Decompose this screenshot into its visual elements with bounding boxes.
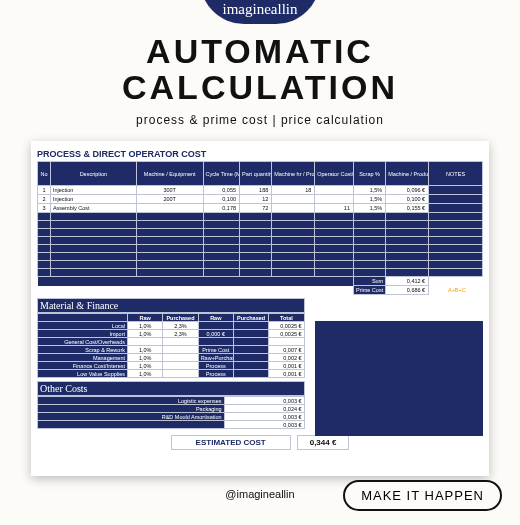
mat-hdr-purch2: Purchased	[233, 314, 268, 322]
prime-row: Prime Cost 0,686 € A+B+C	[38, 286, 483, 295]
title-line-1: AUTOMATIC	[146, 32, 374, 70]
mat-row: Scrap & Rework1,0%Prime Cost0,007 €	[38, 346, 305, 354]
hdr-desc: Description	[50, 162, 136, 186]
estimate-label: ESTIMATED COST	[171, 435, 291, 450]
other-row: Logistic expenses0,003 €	[38, 397, 305, 405]
process-cost-table: No Description Machine / Equipment Cycle…	[37, 161, 483, 295]
hdr-op: Operator Cost/Shr.	[315, 162, 354, 186]
mat-header-row: Raw Purchased Raw Purchased Total	[38, 314, 305, 322]
estimate-value: 0,344 €	[297, 435, 350, 450]
material-table: Raw Purchased Raw Purchased Total Local1…	[37, 313, 305, 378]
hdr-mhr: Machine hr / Production cost/Shr.	[272, 162, 315, 186]
sum-row: Sum 0,412 €	[38, 277, 483, 286]
hdr-no: No	[38, 162, 51, 186]
prime-label: Prime Cost	[353, 286, 385, 295]
table-row: 2Injection200T0,100121,5%0,100 €	[38, 195, 483, 204]
mat-row: Management1,0%Raw+Purchased0,002 €	[38, 354, 305, 362]
sum-value: 0,412 €	[386, 277, 429, 286]
table-row: 1Injection300T0,055188181,5%0,096 €	[38, 186, 483, 195]
table-row-empty	[38, 253, 483, 261]
table-row-empty	[38, 261, 483, 269]
table-row-empty	[38, 213, 483, 221]
spreadsheet-preview: PROCESS & DIRECT OPERATOR COST No Descri…	[31, 141, 489, 476]
title-line-2: CALCULATION	[122, 68, 398, 106]
table-row-empty	[38, 269, 483, 277]
mat-row: General Cost/Overheads	[38, 338, 305, 346]
blue-fill	[315, 321, 483, 436]
table-row-empty	[38, 221, 483, 229]
hdr-scr: Scrap %	[353, 162, 385, 186]
mat-hdr-raw2: Raw	[198, 314, 233, 322]
table-row-empty	[38, 245, 483, 253]
material-section-title: Material & Finance	[37, 298, 305, 313]
hdr-ct: Cycle Time (Mn)	[203, 162, 240, 186]
page-title: AUTOMATIC CALCULATION	[0, 34, 520, 105]
cta-button[interactable]: MAKE IT HAPPEN	[343, 480, 502, 511]
brand-ribbon: imagineallin	[200, 0, 320, 24]
mat-row: Low Value Supplies1,0%Process0,001 €	[38, 370, 305, 378]
prime-value: 0,686 €	[386, 286, 429, 295]
mat-hdr-purch: Purchased	[163, 314, 198, 322]
hdr-pq: Part quantity Pc.	[240, 162, 272, 186]
other-row: R&D Mould Amortisation0,003 €	[38, 413, 305, 421]
table-row-empty	[38, 229, 483, 237]
table-row-empty	[38, 237, 483, 245]
other-row: 0,003 €	[38, 421, 305, 429]
table-header-row: No Description Machine / Equipment Cycle…	[38, 162, 483, 186]
mat-row: Local1,0%2,3%0,0025 €	[38, 322, 305, 330]
hdr-mach: Machine / Equipment	[136, 162, 203, 186]
hdr-mpc: Machine / Production Cost/P	[386, 162, 429, 186]
brand-name: imagineallin	[223, 1, 298, 18]
mat-row: Finance Cost/Interest1,0%Process0,001 €	[38, 362, 305, 370]
other-row: Packaging0,024 €	[38, 405, 305, 413]
mat-hdr-total: Total	[269, 314, 304, 322]
mat-hdr-raw: Raw	[128, 314, 163, 322]
page-subtitle: process & prime cost | price calculation	[0, 113, 520, 127]
section-title: PROCESS & DIRECT OPERATOR COST	[37, 149, 483, 159]
estimate-row: ESTIMATED COST 0,344 €	[37, 435, 483, 450]
mat-row: Import1,0%2,3%0,000 €0,0025 €	[38, 330, 305, 338]
sum-label: Sum	[353, 277, 385, 286]
other-costs-table: Logistic expenses0,003 €Packaging0,024 €…	[37, 396, 305, 429]
page: imagineallin AUTOMATIC CALCULATION proce…	[0, 0, 520, 525]
hdr-note: NOTES	[429, 162, 483, 186]
abc-note: A+B+C	[446, 287, 466, 293]
table-row: 3Assembly Cost0,17872111,5%0,155 €	[38, 204, 483, 213]
other-section-title: Other Costs	[37, 381, 305, 396]
